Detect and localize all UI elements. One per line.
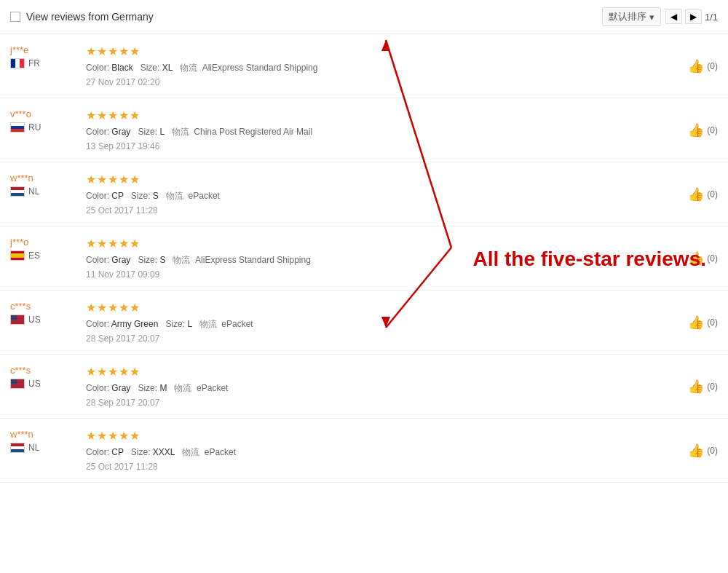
review-content: ★★★★★ Color: Army Green Size: L 物流 ePack…	[76, 301, 673, 344]
country-flag	[10, 315, 25, 325]
reviewer-name: w***n	[10, 173, 76, 183]
star-icon: ★	[130, 108, 140, 122]
select-all-checkbox[interactable]	[10, 12, 20, 22]
reviewer-info: c***s US	[10, 301, 76, 325]
review-content: ★★★★★ Color: Gray Size: L 物流 China Post …	[76, 108, 673, 151]
shipping-method: ePacket	[189, 191, 220, 201]
reviewer-info: v***o RU	[10, 108, 76, 133]
thumbs-up-icon[interactable]: 👍	[688, 443, 704, 459]
review-content: ★★★★★ Color: Gray Size: M 物流 ePacket 28 …	[76, 365, 673, 408]
star-icon: ★	[86, 173, 96, 186]
like-area: 👍 (0)	[673, 315, 718, 331]
thumbs-up-icon[interactable]: 👍	[688, 379, 704, 395]
star-icon: ★	[119, 44, 129, 58]
country-code: FR	[28, 58, 40, 68]
review-row: j***e FR ★★★★★ Color: Black Size: XL 物流 …	[0, 34, 728, 98]
color-value: Gray	[111, 255, 130, 265]
review-date: 28 Sep 2017 20:07	[86, 333, 673, 344]
shipping-label: 物流	[182, 447, 199, 457]
color-label: Color:	[86, 191, 111, 201]
like-area: 👍 (0)	[673, 186, 718, 202]
size-label: Size:	[138, 127, 159, 137]
star-rating: ★★★★★	[86, 173, 673, 186]
page-navigation: ◀ ▶ 1/1	[665, 9, 718, 24]
thumbs-up-icon[interactable]: 👍	[688, 186, 704, 202]
star-icon: ★	[86, 44, 96, 58]
flag-country: US	[10, 315, 76, 325]
color-label: Color:	[86, 255, 111, 265]
color-label: Color:	[86, 383, 111, 393]
review-content: ★★★★★ Color: CP Size: XXXL 物流 ePacket 25…	[76, 429, 673, 472]
color-value: Army Green	[111, 319, 159, 329]
flag-country: ES	[10, 250, 76, 261]
next-page-button[interactable]: ▶	[685, 9, 702, 24]
reviewer-info: w***n NL	[10, 173, 76, 197]
star-icon: ★	[97, 301, 107, 315]
star-icon: ★	[119, 173, 129, 186]
star-icon: ★	[130, 365, 140, 379]
thumbs-up-icon[interactable]: 👍	[688, 122, 704, 138]
country-flag	[10, 58, 25, 68]
star-rating: ★★★★★	[86, 44, 673, 58]
country-code: US	[28, 379, 41, 389]
review-content: ★★★★★ Color: CP Size: S 物流 ePacket 25 Oc…	[76, 173, 673, 216]
star-icon: ★	[130, 301, 140, 315]
header-left: View reviews from Germany	[10, 11, 154, 23]
review-meta: Color: Black Size: XL 物流 AliExpress Stan…	[86, 62, 673, 74]
review-row: j***o ES ★★★★★ Color: Gray Size: S 物流 Al…	[0, 226, 728, 291]
like-count: (0)	[707, 317, 718, 328]
thumbs-up-icon[interactable]: 👍	[688, 58, 704, 74]
sort-button[interactable]: 默认排序 ▾	[602, 7, 661, 26]
country-code: NL	[28, 186, 39, 197]
reviewer-info: w***n NL	[10, 429, 76, 453]
star-icon: ★	[108, 429, 118, 443]
star-icon: ★	[108, 108, 118, 122]
flag-country: RU	[10, 122, 76, 133]
reviewer-name: w***n	[10, 429, 76, 440]
star-icon: ★	[97, 237, 107, 250]
prev-page-button[interactable]: ◀	[665, 9, 682, 24]
page-info: 1/1	[705, 12, 718, 23]
country-code: ES	[28, 250, 40, 261]
color-value: CP	[111, 191, 123, 201]
star-rating: ★★★★★	[86, 301, 673, 315]
size-value: M	[159, 383, 167, 393]
size-label: Size:	[165, 319, 187, 329]
reviewer-info: j***o ES	[10, 237, 76, 261]
country-code: RU	[28, 122, 41, 133]
thumbs-up-icon[interactable]: 👍	[688, 315, 704, 331]
like-area: 👍 (0)	[673, 58, 718, 74]
star-icon: ★	[108, 365, 118, 379]
star-rating: ★★★★★	[86, 237, 673, 250]
review-row: v***o RU ★★★★★ Color: Gray Size: L 物流 Ch…	[0, 98, 728, 162]
star-icon: ★	[108, 301, 118, 315]
thumbs-up-icon[interactable]: 👍	[688, 250, 704, 266]
review-meta: Color: CP Size: XXXL 物流 ePacket	[86, 446, 673, 459]
reviewer-name: j***e	[10, 44, 76, 55]
reviewer-name: j***o	[10, 237, 76, 248]
shipping-method: ePacket	[221, 319, 253, 329]
star-icon: ★	[108, 237, 118, 250]
color-value: CP	[111, 447, 123, 457]
like-area: 👍 (0)	[673, 379, 718, 395]
review-date: 13 Sep 2017 19:46	[86, 141, 673, 151]
review-row: c***s US ★★★★★ Color: Army Green Size: L…	[0, 291, 728, 355]
reviews-list: j***e FR ★★★★★ Color: Black Size: XL 物流 …	[0, 34, 728, 483]
review-date: 27 Nov 2017 02:20	[86, 77, 673, 87]
color-value: Gray	[111, 127, 130, 137]
star-icon: ★	[130, 237, 140, 250]
country-code: NL	[28, 443, 39, 453]
like-count: (0)	[707, 61, 718, 71]
size-value: S	[159, 255, 165, 265]
shipping-label: 物流	[199, 319, 217, 329]
star-icon: ★	[97, 108, 107, 122]
like-area: 👍 (0)	[673, 122, 718, 138]
star-icon: ★	[119, 365, 129, 379]
size-value: XL	[162, 63, 173, 73]
like-count: (0)	[707, 253, 718, 264]
size-value: L	[187, 319, 191, 329]
star-icon: ★	[130, 173, 140, 186]
star-icon: ★	[86, 108, 96, 122]
star-icon: ★	[119, 108, 129, 122]
review-date: 11 Nov 2017 09:09	[86, 269, 673, 280]
